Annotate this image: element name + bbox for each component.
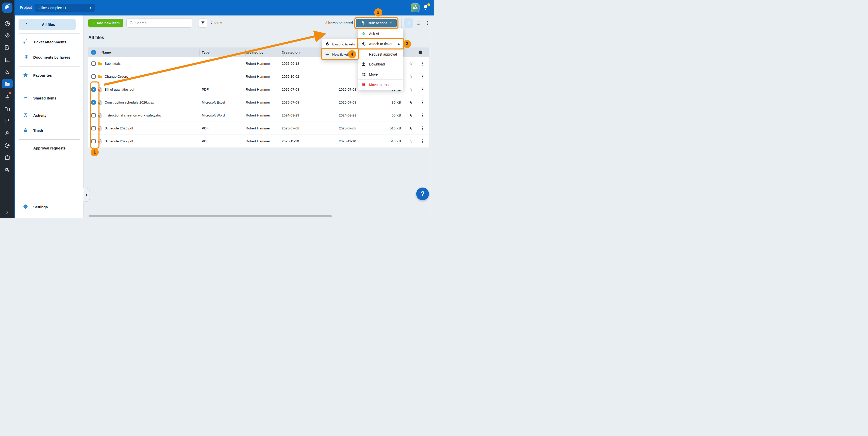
row-checkbox[interactable] xyxy=(91,113,96,118)
sidebar-item-trash[interactable]: Trash xyxy=(15,126,84,135)
row-checkbox[interactable] xyxy=(91,139,96,144)
project-select[interactable]: Office Complex 11 ▼ xyxy=(34,4,95,12)
rail-item-dashboard[interactable] xyxy=(2,19,13,28)
item-created-on: 2024-03-29 xyxy=(282,109,299,122)
add-new-item-button[interactable]: + Add new item xyxy=(88,19,123,27)
rail-item-tasks[interactable] xyxy=(2,153,13,162)
help-button[interactable]: ? xyxy=(416,188,429,200)
rail-item-plans[interactable] xyxy=(2,67,13,76)
sidebar-item-label: Shared Items xyxy=(33,96,56,100)
sidebar-item-approval-requests[interactable]: Approval requests xyxy=(15,144,84,153)
favourite-star-icon[interactable]: ☆ xyxy=(409,87,412,92)
table-row[interactable]: Schedule 2027.pdfPDFRobert Hammer2025-11… xyxy=(88,135,429,148)
app-logo[interactable] xyxy=(2,3,12,13)
notifications-bell-button[interactable] xyxy=(422,4,429,11)
sidebar-item-activity[interactable]: Activity xyxy=(15,111,84,120)
sidebar-item-documents-by-layers[interactable]: Documents by layers xyxy=(15,53,84,62)
item-name[interactable]: Bill of quantities.pdf xyxy=(104,83,134,96)
item-name[interactable]: Instructional sheet on work safety.doc xyxy=(104,109,162,122)
annotation-step-4: 4 xyxy=(348,50,356,58)
filter-button[interactable] xyxy=(198,18,207,28)
favourite-star-icon[interactable]: ★ xyxy=(409,100,412,105)
menu-item-move[interactable]: Move xyxy=(358,69,403,80)
row-checkbox[interactable]: ✓ xyxy=(91,87,96,92)
sidebar-item-favourites[interactable]: Favourites xyxy=(15,71,84,80)
file-type-icon xyxy=(97,109,102,122)
sidebar-item-all-files[interactable]: All files xyxy=(19,19,75,30)
row-checkbox[interactable]: ✓ xyxy=(91,100,96,104)
sidebar-item-shared-items[interactable]: Shared Items xyxy=(15,94,84,103)
rail-item-documents[interactable] xyxy=(2,79,13,88)
document-pencil-icon xyxy=(361,21,365,26)
sidebar-item-label: Settings xyxy=(33,205,48,209)
menu-item-request-approval[interactable]: Request approval xyxy=(358,49,403,59)
gear-icon xyxy=(23,204,28,210)
row-kebab-menu[interactable]: ⋮ xyxy=(420,113,425,118)
submenu-item-existing-tickets[interactable]: Existing tickets xyxy=(322,39,358,49)
horizontal-scrollbar[interactable] xyxy=(89,215,332,217)
search-input[interactable] xyxy=(135,21,190,25)
add-new-item-label: Add new item xyxy=(96,21,120,25)
row-kebab-menu[interactable]: ⋮ xyxy=(420,100,425,105)
item-created-by: Robert Hammer xyxy=(246,122,270,135)
folder-icon xyxy=(97,70,103,83)
item-modified-on: 2025-11-10 xyxy=(339,135,356,148)
rail-item-settings-gears[interactable] xyxy=(2,165,13,175)
project-select-value: Office Complex 11 xyxy=(37,6,66,10)
select-all-checkbox[interactable]: − xyxy=(91,50,96,55)
row-kebab-menu[interactable]: ⋮ xyxy=(420,61,425,66)
item-created-by: Robert Hammer xyxy=(246,57,270,70)
row-checkbox[interactable] xyxy=(91,74,96,79)
sidebar-item-ticket-attachments[interactable]: Ticket attachments xyxy=(15,37,84,47)
sidebar-item-label: Approval requests xyxy=(33,146,65,150)
row-kebab-menu[interactable]: ⋮ xyxy=(420,74,425,79)
menu-item-move-to-trash[interactable]: Move to trash xyxy=(358,80,403,90)
favourite-star-icon[interactable]: ☆ xyxy=(409,61,412,66)
row-kebab-menu[interactable]: ⋮ xyxy=(420,138,425,144)
ai-assistant-button[interactable] xyxy=(411,3,420,12)
menu-item-attach-to-ticket[interactable]: Attach to ticket▶ xyxy=(358,39,403,49)
item-name[interactable]: Change Orders xyxy=(104,70,128,83)
grid-view-toggle[interactable] xyxy=(414,18,423,28)
rail-item-flags[interactable] xyxy=(2,116,13,125)
table-row[interactable]: Instructional sheet on work safety.docMi… xyxy=(88,109,429,122)
table-row[interactable]: Schedule 2026.pdfPDFRobert Hammer2025-07… xyxy=(88,122,429,135)
row-kebab-menu[interactable]: ⋮ xyxy=(420,126,425,131)
rail-item-reports[interactable] xyxy=(2,141,13,150)
favourite-star-icon[interactable]: ☆ xyxy=(409,138,412,144)
sidebar-item-settings[interactable]: Settings xyxy=(15,203,84,212)
item-created-by: Robert Hammer xyxy=(246,96,270,109)
item-name[interactable]: Construction schedule 2026.xlsx xyxy=(104,96,154,109)
item-name[interactable]: Schedule 2026.pdf xyxy=(104,122,133,135)
menu-item-label: Move to trash xyxy=(369,83,391,87)
rail-item-projects[interactable] xyxy=(2,104,13,114)
move-icon xyxy=(361,72,366,77)
rail-item-tags[interactable] xyxy=(2,31,13,40)
row-checkbox[interactable] xyxy=(91,126,96,130)
sidebar-collapse-handle[interactable] xyxy=(84,188,90,202)
column-settings-gear-icon[interactable] xyxy=(418,48,423,57)
item-name[interactable]: Submittals xyxy=(104,57,121,70)
chevron-right-icon[interactable] xyxy=(25,22,29,27)
rail-item-statistics[interactable] xyxy=(2,55,13,64)
rail-item-forms[interactable] xyxy=(2,43,13,52)
favourite-star-icon[interactable]: ★ xyxy=(409,126,412,131)
row-kebab-menu[interactable]: ⋮ xyxy=(420,87,425,92)
toolbar-kebab-menu[interactable]: ⋮ xyxy=(425,18,431,28)
favourite-star-icon[interactable]: ☆ xyxy=(409,74,412,79)
row-checkbox[interactable] xyxy=(91,61,96,66)
rail-expand-button[interactable] xyxy=(2,208,13,217)
sidebar-item-label: Activity xyxy=(33,114,46,118)
item-modified-on: 2024-03-29 xyxy=(339,109,356,122)
menu-item-download[interactable]: Download xyxy=(358,59,403,69)
table-row[interactable]: ✓Construction schedule 2026.xlsxMicrosof… xyxy=(88,96,429,109)
item-name[interactable]: Schedule 2027.pdf xyxy=(104,135,133,148)
rail-item-approvals[interactable] xyxy=(2,93,13,102)
rail-item-contacts[interactable] xyxy=(2,129,13,138)
list-view-toggle[interactable] xyxy=(404,18,413,28)
bulk-actions-button[interactable]: Bulk actions ▼ xyxy=(356,19,397,27)
menu-item-ask-ai[interactable]: Ask AI xyxy=(358,29,403,39)
favourite-star-icon[interactable]: ★ xyxy=(409,113,412,118)
annotation-step-3: 3 xyxy=(403,40,411,48)
item-created-on: 2025-07-08 xyxy=(282,122,299,135)
